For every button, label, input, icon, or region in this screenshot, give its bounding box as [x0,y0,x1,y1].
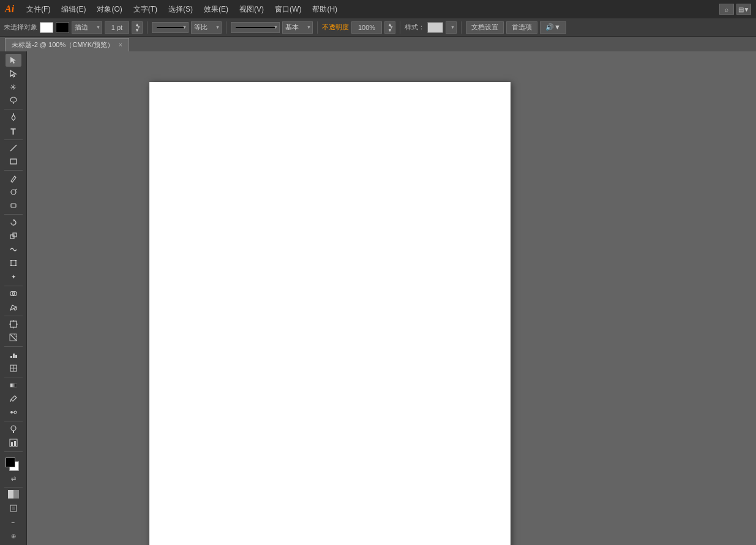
blob-brush-tool[interactable] [6,186,21,199]
zoom-out-btn[interactable]: − [6,516,21,529]
svg-rect-21 [10,321,17,327]
separator4 [400,21,400,34]
type-tool[interactable]: T [6,125,21,138]
eraser-tool[interactable] [6,199,21,212]
menu-help[interactable]: 帮助(H) [309,2,341,17]
menu-edit[interactable]: 编辑(E) [58,2,89,17]
base-dropdown[interactable] [231,22,280,33]
menu-select[interactable]: 选择(S) [165,2,196,17]
artboard-tool[interactable] [6,318,21,331]
canvas-area [27,51,756,545]
tool-sep-5 [4,286,23,286]
tool-sep-6 [4,316,23,316]
pen-tool[interactable] [6,111,21,124]
tab-bar: 未标题-2 @ 100%（CMYK/预览） × [0,37,756,51]
menu-view[interactable]: 视图(V) [236,2,268,17]
line-style-dropdown[interactable] [152,22,189,33]
lasso-tool[interactable] [6,94,21,107]
document-tab[interactable]: 未标题-2 @ 100%（CMYK/预览） × [5,38,129,51]
menu-text[interactable]: 文字(T) [130,2,161,17]
svg-rect-44 [14,441,16,446]
puppet-warp-tool[interactable]: ✦ [6,270,21,283]
line-tool[interactable] [6,142,21,155]
svg-rect-43 [11,442,13,446]
screen-mode-btn[interactable] [6,503,21,516]
stroke-dropdown[interactable]: 描边 [72,21,102,34]
separator3 [317,21,318,34]
preferences-btn[interactable]: 首选项 [506,21,537,34]
rect-tool[interactable] [6,155,21,168]
menu-effect[interactable]: 效果(E) [200,2,232,17]
stroke-up-down[interactable]: ▲▼ [132,21,143,34]
svg-point-38 [14,411,17,413]
separator1 [147,21,148,34]
search-icon-btn[interactable]: ⌕ [719,4,734,15]
base-line-preview [236,27,275,28]
svg-rect-30 [13,354,15,358]
style-swatch[interactable] [427,22,443,33]
menu-object[interactable]: 对象(O) [93,2,125,17]
svg-marker-1 [10,70,16,77]
shape-builder-tool[interactable] [6,287,21,300]
warp-tool[interactable] [6,243,21,256]
foreground-color-swatch[interactable] [6,458,15,467]
line-preview [157,27,184,28]
opacity-label: 不透明度 [322,23,349,32]
fill-swatch[interactable] [40,22,53,33]
svg-rect-31 [15,355,17,358]
swap-colors-btn[interactable]: ⇄ [6,472,21,485]
svg-rect-45 [8,490,13,499]
svg-rect-15 [15,260,17,261]
toolbar: ✳ T [0,51,27,545]
mesh-tool[interactable] [6,362,21,375]
menu-file[interactable]: 文件(F) [23,2,54,17]
tool-sep-8 [4,377,23,377]
style-dropdown[interactable] [446,21,457,34]
stroke-swatch[interactable] [56,22,69,33]
tool-sep-3 [4,170,23,171]
svg-line-36 [10,399,11,402]
scale-tool[interactable] [6,230,21,243]
stroke-width-input[interactable]: 1 pt [105,21,129,34]
tool-sep-11 [4,487,23,488]
svg-rect-29 [10,356,12,358]
svg-point-8 [11,190,16,195]
direct-selection-tool[interactable] [6,67,21,80]
pencil-tool[interactable] [6,172,21,185]
magic-wand-tool[interactable]: ✳ [6,81,21,94]
color-mode-btn[interactable] [6,489,21,502]
free-transform-tool[interactable] [6,257,21,270]
eyedropper-tool[interactable] [6,393,21,406]
base-style-dropdown[interactable]: 基本 [282,21,313,34]
svg-rect-16 [10,265,12,266]
opacity-input[interactable]: 100% [351,21,382,34]
svg-marker-0 [10,57,16,64]
color-mode-icon [8,490,19,500]
tab-close-btn[interactable]: × [119,42,122,48]
artboard [149,82,511,545]
column-graph-tool[interactable] [6,437,21,450]
live-paint-tool[interactable] [6,301,21,314]
opacity-up-down[interactable]: ▲▼ [384,21,395,34]
svg-rect-35 [10,384,17,387]
speaker-btn[interactable]: 🔊▼ [540,21,566,34]
tool-sep-4 [4,214,23,215]
menu-window[interactable]: 窗口(W) [271,2,305,17]
rotate-tool[interactable] [6,217,21,229]
gradient-tool[interactable] [6,379,21,392]
svg-rect-13 [11,261,16,265]
doc-settings-btn[interactable]: 文档设置 [466,21,504,34]
tool-sep-9 [4,421,23,421]
graph-tool[interactable] [6,349,21,361]
tool-sep-7 [4,346,23,347]
selection-tool[interactable] [6,54,21,67]
symbol-sprayer-tool[interactable] [6,423,21,436]
svg-rect-42 [10,439,17,447]
svg-rect-6 [10,159,17,164]
workspace-btn[interactable]: ▤▼ [736,4,751,15]
blend-tool[interactable] [6,406,21,419]
slice-tool[interactable] [6,332,21,344]
zoom-in-btn[interactable]: ⊕ [6,530,21,543]
title-bar: Ai 文件(F) 编辑(E) 对象(O) 文字(T) 选择(S) 效果(E) 视… [0,0,756,18]
scale-dropdown[interactable]: 等比 [191,21,222,34]
